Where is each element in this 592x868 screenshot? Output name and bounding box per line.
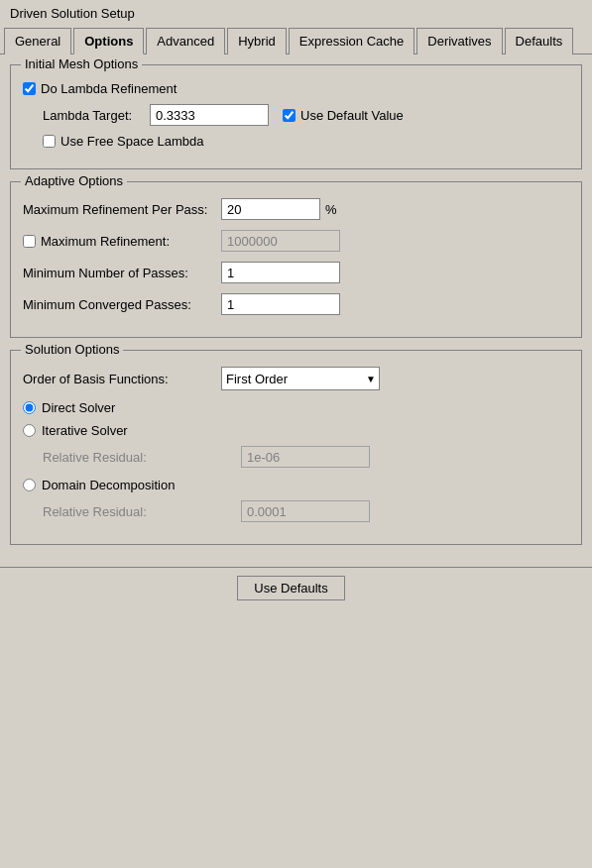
iterative-solver-row: Iterative Solver — [23, 423, 569, 438]
iterative-residual-row: Relative Residual: — [43, 446, 569, 468]
iterative-residual-input[interactable] — [241, 446, 370, 468]
order-basis-select[interactable]: Mixed Order First Order Second Order — [221, 367, 380, 390]
tab-defaults[interactable]: Defaults — [505, 28, 574, 54]
iterative-solver-radio[interactable] — [23, 424, 36, 437]
domain-residual-row: Relative Residual: — [43, 500, 569, 522]
domain-residual-input[interactable] — [241, 500, 370, 522]
do-lambda-refinement-row: Do Lambda Refinement — [23, 81, 569, 96]
min-converged-row: Minimum Converged Passes: — [23, 293, 569, 315]
tab-expression-cache[interactable]: Expression Cache — [289, 28, 415, 54]
free-space-label: Use Free Space Lambda — [60, 134, 204, 149]
tab-derivatives[interactable]: Derivatives — [416, 28, 502, 54]
order-basis-dropdown-wrapper: Mixed Order First Order Second Order ▼ — [221, 367, 380, 390]
use-default-label: Use Default Value — [300, 108, 404, 123]
direct-solver-radio[interactable] — [23, 401, 36, 414]
min-passes-label: Minimum Number of Passes: — [23, 266, 221, 280]
do-lambda-checkbox[interactable] — [23, 82, 36, 95]
tab-hybrid[interactable]: Hybrid — [227, 28, 287, 54]
solution-options-title: Solution Options — [21, 342, 123, 357]
lambda-target-input[interactable] — [150, 104, 269, 126]
main-content: Initial Mesh Options Do Lambda Refinemen… — [0, 54, 592, 567]
domain-residual-label: Relative Residual: — [43, 504, 241, 519]
min-passes-row: Minimum Number of Passes: — [23, 262, 569, 283]
percent-sign: % — [325, 202, 337, 217]
use-default-row: Use Default Value — [283, 108, 404, 123]
title-bar: Driven Solution Setup — [0, 0, 592, 27]
free-space-checkbox[interactable] — [43, 135, 56, 148]
direct-solver-row: Direct Solver — [23, 400, 569, 415]
do-lambda-label: Do Lambda Refinement — [41, 81, 177, 96]
domain-decomp-row: Domain Decomposition — [23, 478, 569, 492]
order-basis-label: Order of Basis Functions: — [23, 372, 221, 386]
max-refinement-label: Maximum Refinement: — [41, 234, 170, 249]
tab-general[interactable]: General — [4, 28, 71, 54]
use-free-space-row: Use Free Space Lambda — [43, 134, 569, 149]
solution-options-group: Solution Options Order of Basis Function… — [10, 350, 582, 545]
max-refinement-per-pass-row: Maximum Refinement Per Pass: % — [23, 198, 569, 220]
max-refinement-input[interactable] — [221, 230, 340, 252]
domain-decomp-radio[interactable] — [23, 479, 36, 491]
iterative-residual-label: Relative Residual: — [43, 450, 241, 465]
window-title: Driven Solution Setup — [10, 6, 135, 21]
bottom-bar: Use Defaults — [0, 567, 592, 608]
tab-options[interactable]: Options — [73, 28, 144, 54]
lambda-target-row: Lambda Target: Use Default Value — [43, 104, 569, 126]
adaptive-options-group: Adaptive Options Maximum Refinement Per … — [10, 181, 582, 338]
min-converged-input[interactable] — [221, 293, 340, 315]
max-refinement-row: Maximum Refinement: — [23, 230, 569, 252]
max-refinement-per-pass-label: Maximum Refinement Per Pass: — [23, 202, 221, 217]
direct-solver-label: Direct Solver — [42, 400, 115, 415]
tab-advanced[interactable]: Advanced — [146, 28, 225, 54]
order-basis-row: Order of Basis Functions: Mixed Order Fi… — [23, 367, 569, 390]
lambda-target-label: Lambda Target: — [43, 108, 142, 123]
domain-decomp-label: Domain Decomposition — [42, 478, 175, 492]
use-default-checkbox[interactable] — [283, 109, 296, 122]
initial-mesh-group: Initial Mesh Options Do Lambda Refinemen… — [10, 64, 582, 169]
initial-mesh-title: Initial Mesh Options — [21, 56, 142, 71]
min-passes-input[interactable] — [221, 262, 340, 283]
adaptive-options-title: Adaptive Options — [21, 173, 127, 188]
max-refinement-per-pass-input[interactable] — [221, 198, 320, 220]
iterative-solver-label: Iterative Solver — [42, 423, 128, 438]
max-refinement-checkbox[interactable] — [23, 235, 36, 248]
tab-bar: General Options Advanced Hybrid Expressi… — [0, 27, 592, 54]
use-defaults-button[interactable]: Use Defaults — [237, 576, 344, 600]
min-converged-label: Minimum Converged Passes: — [23, 297, 221, 312]
